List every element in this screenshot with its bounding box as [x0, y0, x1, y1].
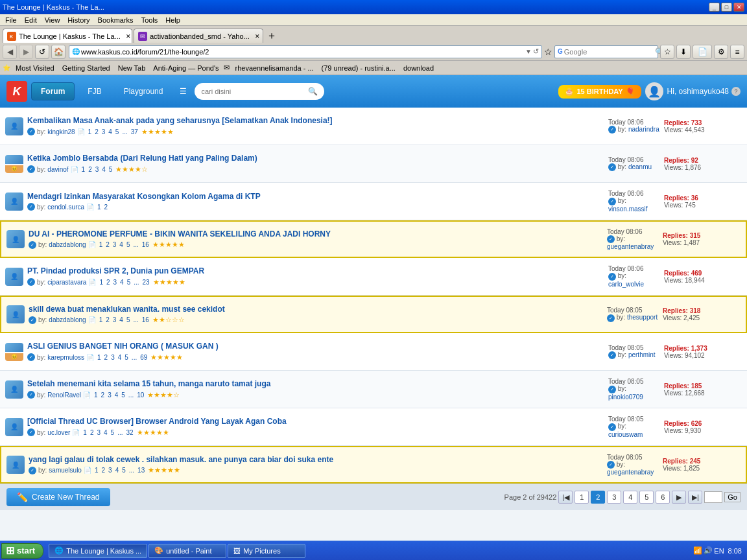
thread-title[interactable]: yang lagi galau di tolak cewek . silahka…: [29, 455, 603, 465]
create-thread-button[interactable]: ✏️ Create New Thread: [6, 488, 110, 506]
tools-button[interactable]: ⚙: [714, 45, 728, 59]
thread-page-link[interactable]: 37: [130, 128, 139, 135]
thread-page-link[interactable]: 5: [123, 354, 130, 361]
help-icon[interactable]: ?: [731, 87, 741, 96]
thread-page-link[interactable]: 3: [112, 316, 118, 323]
favorites-button[interactable]: ☆: [660, 45, 674, 59]
thread-page-link[interactable]: 1: [98, 316, 104, 323]
thread-page-link[interactable]: 3: [106, 391, 113, 399]
thread-page-link[interactable]: 5: [110, 429, 116, 436]
thread-page-link[interactable]: 2: [104, 241, 111, 248]
thread-page-link[interactable]: ...: [128, 467, 136, 474]
thread-last-by-link[interactable]: deanmu: [628, 163, 652, 170]
thread-page-link[interactable]: 10: [136, 391, 145, 399]
thread-page-link[interactable]: 2: [103, 204, 110, 211]
thread-title[interactable]: [Official Thread UC Browser] Browser And…: [27, 417, 604, 427]
thread-page-link[interactable]: 4: [114, 467, 121, 474]
thread-last-by-link[interactable]: pinokio0709: [608, 393, 643, 401]
close-button[interactable]: ✕: [733, 3, 744, 12]
thread-page-link[interactable]: ...: [132, 279, 140, 286]
thread-page-link[interactable]: 4: [118, 241, 124, 248]
user-avatar[interactable]: 👤: [645, 82, 663, 100]
thread-page-link[interactable]: 1: [80, 166, 87, 173]
thread-author[interactable]: RenolRavel: [47, 391, 81, 399]
minimize-button[interactable]: _: [709, 3, 720, 12]
thread-page-link[interactable]: 2: [100, 391, 106, 399]
bookmark-unread[interactable]: (79 unread) - rustini.a...: [319, 62, 398, 74]
menu-button[interactable]: ≡: [730, 45, 744, 59]
thread-page-link[interactable]: 5: [125, 316, 132, 323]
thread-page-link[interactable]: 4: [101, 166, 107, 173]
nav-more-button[interactable]: ☰: [176, 83, 191, 100]
bookmark-new-tab[interactable]: New Tab: [115, 62, 148, 74]
thread-page-link[interactable]: 3: [94, 166, 101, 173]
thread-page-link[interactable]: 2: [104, 316, 111, 323]
thread-title[interactable]: Kembalikan Masa Anak-anak pada yang seha…: [27, 116, 604, 126]
kaskus-logo[interactable]: K: [6, 81, 27, 102]
thread-page-link[interactable]: 1: [82, 429, 88, 436]
thread-author[interactable]: uc.lover: [47, 429, 70, 436]
tab-close-email[interactable]: ✕: [254, 32, 261, 40]
thread-page-link[interactable]: 4: [107, 128, 113, 135]
page-options-button[interactable]: 📄: [693, 45, 712, 59]
thread-page-link[interactable]: 13: [136, 467, 146, 474]
menu-file[interactable]: File: [1, 14, 21, 26]
thread-page-link[interactable]: 2: [105, 279, 112, 286]
bookmark-star[interactable]: ☆: [544, 47, 552, 57]
page-2-button[interactable]: 2: [591, 491, 605, 504]
thread-title[interactable]: Ketika Jomblo Bersabda (Dari Relung Hati…: [27, 154, 604, 164]
thread-author[interactable]: kingkin28: [47, 128, 75, 135]
thread-page-link[interactable]: 3: [95, 429, 102, 436]
thread-page-link[interactable]: ...: [116, 429, 124, 436]
thread-page-link[interactable]: 32: [125, 429, 135, 436]
thread-page-link[interactable]: 5: [114, 128, 121, 135]
page-next-button[interactable]: ▶: [672, 491, 686, 504]
thread-page-link[interactable]: 1: [96, 354, 102, 361]
page-go-button[interactable]: Go: [724, 492, 741, 502]
nav-fjb-button[interactable]: FJB: [78, 83, 110, 100]
menu-history[interactable]: History: [64, 14, 93, 26]
thread-author[interactable]: dabzdablong: [49, 316, 86, 323]
thread-last-by-link[interactable]: guegantenabray: [607, 243, 654, 250]
page-6-button[interactable]: 6: [656, 491, 670, 504]
thread-page-link[interactable]: 2: [101, 467, 107, 474]
search-input[interactable]: [564, 48, 654, 56]
thread-page-link[interactable]: 5: [120, 391, 126, 399]
thread-page-link[interactable]: 1: [98, 279, 104, 286]
taskbar-item-paint[interactable]: 🎨 untitled - Paint: [148, 544, 226, 558]
site-search-input[interactable]: [201, 88, 305, 95]
thread-title[interactable]: ASLI GENIUS BANGET NIH ORANG ( MASUK GAN…: [27, 342, 604, 352]
thread-page-link[interactable]: 1: [87, 128, 93, 135]
thread-page-link[interactable]: 5: [108, 166, 114, 173]
site-search-icon[interactable]: 🔍: [308, 87, 318, 96]
thread-page-link[interactable]: 3: [112, 241, 118, 248]
thread-last-by-link[interactable]: thesupport: [627, 314, 658, 321]
downloads-button[interactable]: ⬇: [676, 45, 691, 59]
nav-forum-button[interactable]: Forum: [31, 82, 75, 100]
page-5-button[interactable]: 5: [639, 491, 654, 504]
menu-edit[interactable]: Edit: [21, 14, 41, 26]
thread-author[interactable]: dabzdablong: [49, 241, 86, 248]
maximize-button[interactable]: □: [721, 3, 732, 12]
thread-last-by-link[interactable]: guegantenabray: [607, 469, 654, 476]
page-4-button[interactable]: 4: [623, 491, 637, 504]
thread-page-link[interactable]: ...: [121, 128, 128, 135]
thread-page-link[interactable]: 23: [141, 279, 151, 286]
thread-last-by-link[interactable]: nadarindra: [628, 126, 659, 133]
thread-author[interactable]: samuelsulo: [49, 467, 82, 474]
menu-help[interactable]: Help: [161, 14, 184, 26]
menu-view[interactable]: View: [41, 14, 64, 26]
thread-author[interactable]: karepmuloss: [47, 354, 84, 361]
bookmark-most-visited[interactable]: Most Visited: [13, 62, 57, 74]
page-1-button[interactable]: 1: [575, 491, 589, 504]
thread-author[interactable]: cendol.surca: [47, 204, 84, 211]
thread-page-link[interactable]: 2: [103, 354, 110, 361]
home-button[interactable]: 🏠: [51, 45, 65, 59]
page-last-button[interactable]: ▶|: [688, 491, 702, 504]
thread-title[interactable]: Setelah menemani kita selama 15 tahun, m…: [27, 379, 604, 390]
thread-page-link[interactable]: ...: [130, 354, 138, 361]
thread-page-link[interactable]: 4: [102, 429, 109, 436]
thread-last-by-link[interactable]: vinson.massif: [608, 205, 648, 213]
thread-page-link[interactable]: 1: [93, 467, 100, 474]
thread-last-by-link[interactable]: carlo_wolvie: [608, 281, 644, 288]
